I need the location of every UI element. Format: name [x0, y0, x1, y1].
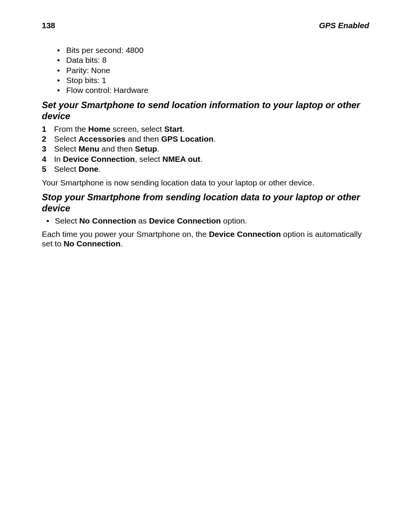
step-item: 3 Select Menu and then Setup. — [42, 144, 369, 154]
note-text: Each time you power your Smartphone on, … — [42, 229, 369, 248]
page-header: 138 GPS Enabled — [42, 21, 369, 30]
step-text: Select Accessories and then GPS Location… — [54, 134, 369, 144]
step-number: 5 — [42, 164, 54, 174]
step-number: 4 — [42, 154, 54, 164]
step-number: 1 — [42, 124, 54, 134]
step-item: 2 Select Accessories and then GPS Locati… — [42, 134, 369, 144]
list-item: Flow control: Hardware — [57, 85, 369, 95]
section-title: GPS Enabled — [319, 21, 369, 30]
steps-list: 1 From the Home screen, select Start. 2 … — [42, 124, 369, 174]
step-number: 2 — [42, 134, 54, 144]
step-text: Select Menu and then Setup. — [54, 144, 369, 154]
heading-set-location: Set your Smartphone to send location inf… — [42, 100, 369, 122]
step-item: 4 In Device Connection, select NMEA out. — [42, 154, 369, 164]
result-text: Your Smartphone is now sending location … — [42, 178, 369, 187]
step-item: 5 Select Done. — [42, 164, 369, 174]
page-number: 138 — [42, 21, 55, 30]
list-item: Bits per second: 4800 — [57, 45, 369, 55]
list-item: Parity: None — [57, 66, 369, 75]
list-item: Select No Connection as Device Connectio… — [46, 216, 369, 225]
page: 138 GPS Enabled Bits per second: 4800 Da… — [0, 0, 411, 532]
step-text: Select Done. — [54, 164, 369, 174]
heading-stop-location: Stop your Smartphone from sending locati… — [42, 192, 369, 214]
step-number: 3 — [42, 144, 54, 154]
step-text: From the Home screen, select Start. — [54, 124, 369, 134]
serial-settings-list: Bits per second: 4800 Data bits: 8 Parit… — [42, 45, 369, 95]
list-item: Stop bits: 1 — [57, 75, 369, 85]
step-item: 1 From the Home screen, select Start. — [42, 124, 369, 134]
stop-bullet-list: Select No Connection as Device Connectio… — [42, 216, 369, 225]
step-text: In Device Connection, select NMEA out. — [54, 154, 369, 164]
list-item: Data bits: 8 — [57, 55, 369, 65]
